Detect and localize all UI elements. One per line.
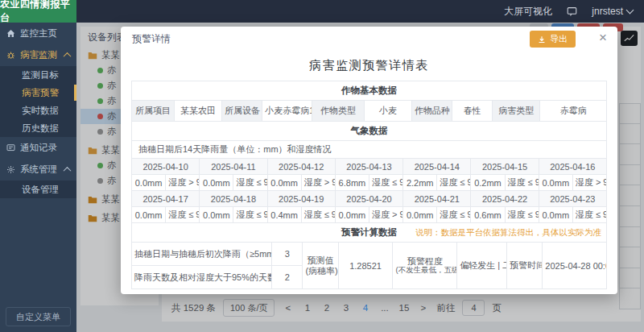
- date-cell: 2025-04-13: [335, 159, 402, 175]
- rain-cell: 0.0mm: [200, 175, 233, 191]
- humidity-cell: 湿度 ≤ 95%: [505, 207, 539, 223]
- level-value: 偏轻发生 | 二级: [457, 243, 507, 289]
- sidebar-item-label: 监测目标: [22, 69, 59, 81]
- sidebar-item-history-data[interactable]: 历史数据: [0, 119, 76, 137]
- sidebar-item-device-management[interactable]: 设备管理: [0, 181, 76, 198]
- humidity-cell: 湿度 ≤ 95%: [505, 175, 539, 191]
- gear-icon: [6, 165, 15, 174]
- field-value: 小麦赤霉病1: [262, 101, 312, 122]
- rain-cell: 0.6mm: [471, 207, 505, 223]
- humidity-cell: 湿度 ≤ 95%: [437, 175, 471, 191]
- warning-detail-dialog: 预警详情 导出 × 病害监测预警详情表 作物基本数据 所属项目: [121, 27, 617, 294]
- warning-time-label: 预警时间: [507, 243, 543, 289]
- chevron-down-icon: [626, 6, 634, 15]
- humidity-cell: 湿度 ≤ 95%: [301, 207, 335, 223]
- date-cell: 2025-04-16: [539, 159, 606, 175]
- chevron-up-icon: [64, 52, 72, 60]
- sidebar-item-label: 病害监测: [20, 49, 60, 61]
- big-screen-link[interactable]: 大屏可视化: [504, 5, 552, 19]
- rain-cell: 0.0mm: [200, 207, 233, 223]
- warning-time-value: 2025-04-28 00:00:00: [543, 243, 607, 289]
- rain-cell: 0.0mm: [539, 207, 572, 223]
- rain-cell: 0.4mm: [267, 207, 301, 223]
- field-value: 某某农田: [175, 101, 222, 122]
- calc-section-title: 预警计算数据: [341, 227, 397, 237]
- field-value: 春性: [452, 101, 493, 122]
- bug-icon: [6, 51, 15, 60]
- field-value: 小麦: [365, 101, 412, 122]
- disease-submenu: 监测目标 病害预警 实时数据 历史数据: [0, 66, 76, 137]
- sidebar-item-home[interactable]: 监控主页: [0, 23, 76, 44]
- chevron-up-icon: [64, 167, 72, 175]
- sidebar-item-label: 监控主页: [20, 27, 70, 39]
- rain-cell: 0.0mm: [132, 207, 166, 223]
- home-icon: [6, 29, 15, 38]
- app-window: 农业四情测报平台 大屏可视化 jnrstest 监控主页 病害监测: [0, 0, 644, 332]
- sidebar-item-label: 设备管理: [22, 184, 59, 196]
- date-cell: 2025-04-12: [267, 159, 335, 175]
- sidebar-item-label: 实时数据: [22, 105, 59, 117]
- rain-cell: 0.2mm: [471, 175, 505, 191]
- rain-cell: 0.0mm: [267, 175, 301, 191]
- sidebar-item-label: 通知记录: [20, 142, 70, 154]
- sidebar-item-system-management[interactable]: 系统管理: [0, 159, 76, 181]
- calc-table: 预警计算数据 说明：数据是平台依据算法得出，具体以实际为准 抽穗日期与抽穗后初次…: [131, 222, 607, 289]
- level-label: 预警程度 (不发生最低，五级最高): [393, 243, 457, 289]
- app-logo: 农业四情测报平台: [0, 0, 76, 23]
- sidebar-item-realtime-data[interactable]: 实时数据: [0, 102, 76, 119]
- sidebar-item-label: 系统管理: [20, 164, 60, 176]
- topbar: 农业四情测报平台 大屏可视化 jnrstest: [0, 0, 644, 23]
- prediction-value: 1.28521: [338, 243, 393, 289]
- download-icon: [538, 35, 546, 44]
- rain-cell: 6.8mm: [335, 175, 369, 191]
- date-cell: 2025-04-10: [132, 159, 200, 175]
- rain-cell: 0.0mm: [539, 175, 572, 191]
- calc-row-label: 抽穗日期与抽穗后初次降雨（≥5mm）日期间隔的天数: [132, 243, 272, 266]
- field-label: 作物品种: [412, 101, 452, 122]
- humidity-cell: 湿度 ≤ 95%: [233, 207, 267, 223]
- user-menu[interactable]: jnrstest: [592, 6, 633, 17]
- date-cell: 2025-04-19: [267, 191, 335, 207]
- system-submenu: 设备管理: [0, 181, 76, 198]
- date-cell: 2025-04-22: [471, 191, 539, 207]
- sidebar-item-disease-monitoring[interactable]: 病害监测: [0, 44, 76, 66]
- humidity-cell: 湿度 ≤ 95%: [233, 175, 267, 191]
- date-cell: 2025-04-21: [403, 191, 471, 207]
- sidebar: 监控主页 病害监测 监测目标 病害预警 实时数据 历史数据: [0, 23, 76, 332]
- prediction-label: 预测值 (病穗率): [303, 243, 338, 289]
- notification-icon: [6, 143, 15, 152]
- sidebar-item-label: 病害预警: [22, 87, 59, 99]
- export-button[interactable]: 导出: [530, 31, 576, 48]
- crop-basic-table: 作物基本数据 所属项目 某某农田 所属设备 小麦赤霉病1 作物类型 小麦 作物品…: [131, 81, 607, 122]
- detail-table: 作物基本数据 所属项目 某某农田 所属设备 小麦赤霉病1 作物类型 小麦 作物品…: [131, 81, 607, 289]
- field-label: 所属项目: [132, 101, 175, 122]
- calc-row-label: 降雨天数及相对湿度大于95%的天数: [132, 266, 272, 289]
- field-value: 赤霉病: [540, 101, 607, 122]
- username: jnrstest: [592, 6, 623, 17]
- close-icon[interactable]: ×: [599, 30, 607, 46]
- sidebar-item-disease-warning[interactable]: 病害预警: [0, 84, 76, 102]
- date-cell: 2025-04-11: [200, 159, 267, 175]
- dialog-title: 预警详情: [132, 32, 171, 46]
- detail-table-title: 病害监测预警详情表: [121, 58, 617, 73]
- rain-cell: 0.0mm: [335, 207, 369, 223]
- date-cell: 2025-04-14: [403, 159, 471, 175]
- calc-row-value: 3: [272, 243, 303, 266]
- humidity-cell: 湿度 ≤ 95%: [572, 207, 606, 223]
- field-label: 病害类型: [493, 101, 540, 122]
- rain-cell: 2.2mm: [403, 175, 437, 191]
- calc-note: 说明：数据是平台依据算法得出，具体以实际为准: [415, 227, 601, 239]
- date-cell: 2025-04-15: [471, 159, 539, 175]
- field-label: 作物类型: [312, 101, 365, 122]
- export-label: 导出: [550, 33, 568, 45]
- sidebar-item-notifications[interactable]: 通知记录: [0, 137, 76, 159]
- topbar-right: 大屏可视化 jnrstest: [504, 5, 644, 19]
- sidebar-item-monitor-target[interactable]: 监测目标: [0, 66, 76, 84]
- humidity-cell: 湿度 ≤ 95%: [437, 207, 471, 223]
- weather-table: 气象数据 抽穗日期后14天降雨量（单位：mm）和湿度情况 2025-04-10 …: [131, 121, 607, 223]
- rain-cell: 0.0mm: [403, 207, 437, 223]
- message-bubble-icon[interactable]: [567, 6, 577, 17]
- weather-section-title: 气象数据: [132, 122, 607, 141]
- custom-menu-button[interactable]: 自定义菜单: [6, 307, 71, 326]
- humidity-cell: 湿度 > 95%: [369, 207, 402, 223]
